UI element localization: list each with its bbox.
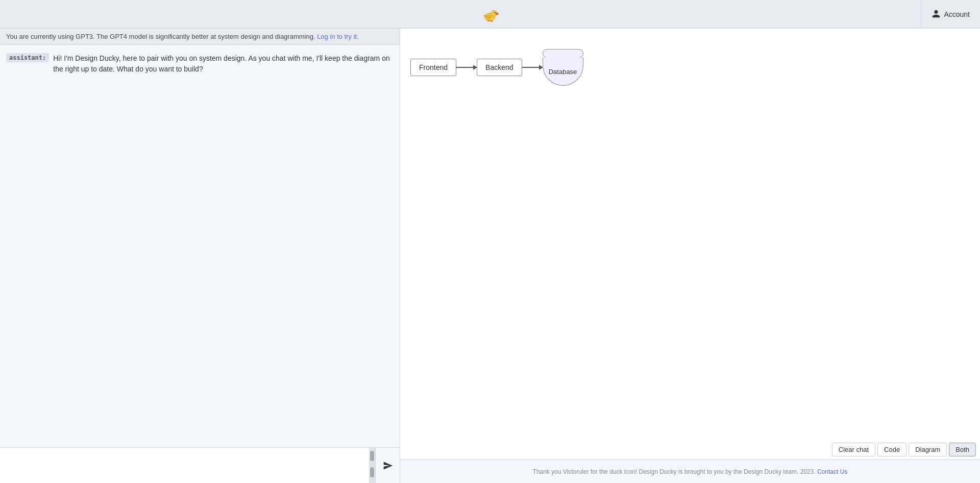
svg-point-3 [494, 12, 495, 13]
account-label: Account [944, 10, 970, 18]
bottom-action-bar: Clear chat Code Diagram Both [828, 440, 980, 460]
diagram-panel: Frontend Backend Datab [400, 29, 980, 483]
scroll-thumb-up [370, 451, 374, 461]
chat-messages: assistant: Hi! I'm Design Ducky, here to… [0, 45, 400, 447]
account-button[interactable]: Account [921, 0, 980, 29]
account-icon [932, 9, 941, 20]
banner-period: . [357, 33, 359, 40]
database-node: Database [543, 49, 583, 86]
app-header: Account [0, 0, 980, 29]
arrow-1 [456, 67, 477, 68]
contact-link[interactable]: Contact Us [817, 468, 847, 475]
duck-icon [481, 5, 499, 23]
main-layout: You are currently using GPT3. The GPT4 m… [0, 29, 980, 483]
arrow-line-2 [522, 67, 543, 68]
arrow-line-1 [456, 67, 477, 68]
clear-chat-button[interactable]: Clear chat [832, 443, 875, 456]
frontend-node: Frontend [410, 59, 456, 76]
app-logo [481, 5, 499, 23]
chat-input-area [0, 447, 400, 483]
footer-text: Thank you Victoruler for the duck icon! … [533, 468, 848, 475]
login-link[interactable]: Log in to try it [317, 33, 357, 40]
send-icon [383, 461, 393, 471]
arrow-2 [522, 67, 543, 68]
footer-bar: Thank you Victoruler for the duck icon! … [400, 460, 980, 483]
send-button[interactable] [375, 448, 400, 483]
message-text: Hi! I'm Design Ducky, here to pair with … [53, 53, 394, 75]
scroll-bar[interactable] [369, 448, 375, 483]
both-button[interactable]: Both [949, 443, 976, 456]
diagram-button[interactable]: Diagram [909, 443, 947, 456]
message-role: assistant: [6, 53, 49, 62]
diagram-nodes: Frontend Backend Datab [410, 49, 583, 86]
chat-input[interactable] [0, 448, 369, 483]
chat-panel: You are currently using GPT3. The GPT4 m… [0, 29, 400, 483]
svg-point-2 [496, 13, 499, 15]
diagram-canvas: Frontend Backend Datab [400, 29, 980, 460]
message-row: assistant: Hi! I'm Design Ducky, here to… [6, 53, 394, 75]
cylinder-top [543, 49, 583, 58]
cylinder-body: Database [543, 58, 583, 86]
banner-text: You are currently using GPT3. The GPT4 m… [6, 33, 315, 40]
scroll-thumb-down [370, 467, 374, 477]
gpt-banner: You are currently using GPT3. The GPT4 m… [0, 29, 400, 45]
backend-node: Backend [477, 59, 522, 76]
code-button[interactable]: Code [877, 443, 906, 456]
